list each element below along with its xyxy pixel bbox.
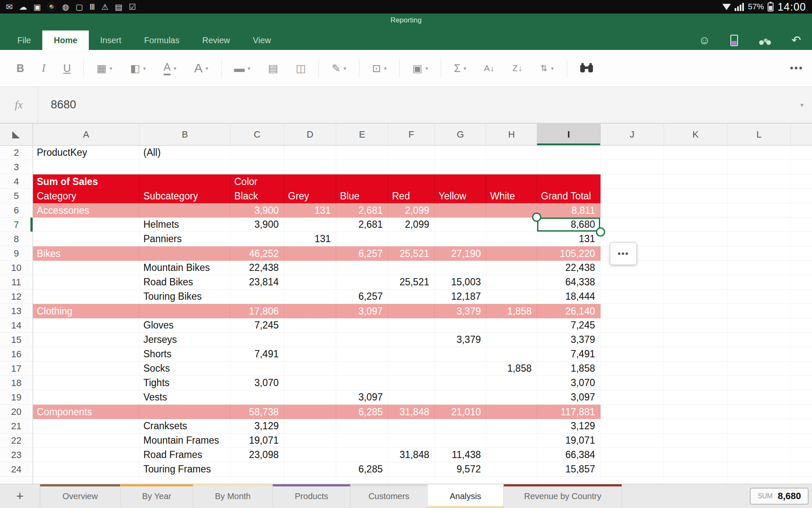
sheet-tab-products[interactable]: Products (273, 484, 351, 508)
column-header-L[interactable]: L (727, 124, 791, 145)
cell-B18[interactable]: Tights (140, 376, 230, 390)
cell-J18[interactable] (601, 376, 664, 390)
selection-handle-top-left[interactable] (532, 213, 541, 222)
cell-I20[interactable]: 117,881 (537, 405, 601, 419)
cell-G24[interactable]: 9,572 (435, 462, 486, 477)
sheet-tab-customers[interactable]: Customers (351, 484, 428, 508)
column-header-H[interactable]: H (486, 124, 537, 145)
cell-E14[interactable] (336, 318, 388, 333)
ribbon-tab-view[interactable]: View (241, 30, 283, 50)
cell-E[interactable] (336, 477, 388, 484)
cell-K[interactable] (664, 477, 727, 484)
cell-L12[interactable] (727, 290, 791, 304)
selection-sum-badge[interactable]: SUM 8,680 (750, 488, 809, 505)
sheet-tab-analysis[interactable]: Analysis (428, 484, 504, 508)
cell-J23[interactable] (601, 448, 664, 462)
cell-L17[interactable] (727, 362, 791, 376)
cell-K2[interactable] (664, 146, 727, 160)
cell-K11[interactable] (664, 275, 727, 290)
cell-C10[interactable]: 22,438 (230, 261, 284, 275)
row-header-8[interactable]: 8 (0, 232, 33, 246)
cell-I5[interactable]: Grand Total (537, 189, 601, 203)
formula-input[interactable]: 8680 (38, 87, 800, 123)
highlight-button[interactable]: ▬▾ (225, 55, 260, 81)
cell-H13[interactable]: 1,858 (486, 304, 537, 318)
cell-B14[interactable]: Gloves (140, 318, 230, 333)
cell-F6[interactable]: 2,099 (388, 203, 435, 218)
borders-button[interactable]: ▦▾ (88, 55, 121, 81)
ribbon-tab-file[interactable]: File (6, 30, 42, 50)
cell-F21[interactable] (388, 419, 435, 433)
cell-J14[interactable] (601, 318, 664, 333)
cell-G21[interactable] (435, 419, 486, 433)
cell-K8[interactable] (664, 232, 727, 246)
cell-G23[interactable]: 11,438 (435, 448, 486, 462)
cell-K17[interactable] (664, 362, 727, 376)
cell-F2[interactable] (388, 146, 435, 160)
cell-A24[interactable] (33, 462, 140, 477)
cell-K19[interactable] (664, 390, 727, 405)
cell-J19[interactable] (601, 390, 664, 405)
toolbar-more-button[interactable]: ••• (790, 63, 804, 74)
cell-A16[interactable] (33, 347, 140, 362)
cell-G2[interactable] (435, 146, 486, 160)
cell-I21[interactable]: 3,129 (537, 419, 601, 433)
cell-F23[interactable]: 31,848 (388, 448, 435, 462)
column-header-A[interactable]: A (33, 124, 140, 145)
cell-E16[interactable] (336, 347, 388, 362)
cell-C16[interactable]: 7,491 (230, 347, 284, 362)
row-header-3[interactable]: 3 (0, 160, 33, 174)
cell-K3[interactable] (664, 160, 727, 174)
cell-E18[interactable] (336, 376, 388, 390)
cell-B[interactable] (140, 477, 230, 484)
cell-F10[interactable] (388, 261, 435, 275)
cell-A18[interactable] (33, 376, 140, 390)
cell-I15[interactable]: 3,379 (537, 333, 601, 347)
cell-F4[interactable] (388, 174, 435, 189)
column-header-D[interactable]: D (284, 124, 336, 145)
context-menu-button[interactable]: ••• (610, 242, 637, 265)
cell-D[interactable] (284, 477, 336, 484)
cell-I7[interactable]: 8,680 (537, 218, 601, 232)
cell-I18[interactable]: 3,070 (537, 376, 601, 390)
cell-A11[interactable] (33, 275, 140, 290)
cell-style-button[interactable]: ▤ (259, 55, 287, 81)
cell-J12[interactable] (601, 290, 664, 304)
cell-L15[interactable] (727, 333, 791, 347)
bold-button[interactable]: B (8, 55, 33, 81)
cell-G11[interactable]: 15,003 (435, 275, 486, 290)
cell-K16[interactable] (664, 347, 727, 362)
cell-F15[interactable] (388, 333, 435, 347)
ribbon-tab-review[interactable]: Review (191, 30, 241, 50)
cell-H14[interactable] (486, 318, 537, 333)
cell-C20[interactable]: 58,738 (230, 405, 284, 419)
cell-K13[interactable] (664, 304, 727, 318)
sheet-tab-by-year[interactable]: By Year (121, 484, 193, 508)
cell-A2[interactable]: ProductKey (33, 146, 140, 160)
cell-D12[interactable] (284, 290, 336, 304)
cell-G10[interactable] (435, 261, 486, 275)
feedback-smiley-icon[interactable]: ☺ (699, 35, 710, 46)
cell-B9[interactable] (140, 246, 230, 261)
row-header-2[interactable]: 2 (0, 146, 33, 160)
cell-H23[interactable] (486, 448, 537, 462)
cell-J21[interactable] (601, 419, 664, 433)
cell-H3[interactable] (486, 160, 537, 174)
row-header-13[interactable]: 13 (0, 304, 33, 318)
cell-E23[interactable] (336, 448, 388, 462)
cell-E8[interactable] (336, 232, 388, 246)
cell-A8[interactable] (33, 232, 140, 246)
cell-L18[interactable] (727, 376, 791, 390)
cell-I4[interactable] (537, 174, 601, 189)
cell-E2[interactable] (336, 146, 388, 160)
cell-G14[interactable] (435, 318, 486, 333)
cell-L22[interactable] (727, 433, 791, 448)
row-header-22[interactable]: 22 (0, 433, 33, 448)
cell-F7[interactable]: 2,099 (388, 218, 435, 232)
cell-L7[interactable] (727, 218, 791, 232)
cell-G20[interactable]: 21,010 (435, 405, 486, 419)
cell-G17[interactable] (435, 362, 486, 376)
cell-G9[interactable]: 27,190 (435, 246, 486, 261)
row-header-4[interactable]: 4 (0, 174, 33, 189)
ribbon-tab-formulas[interactable]: Formulas (133, 30, 191, 50)
